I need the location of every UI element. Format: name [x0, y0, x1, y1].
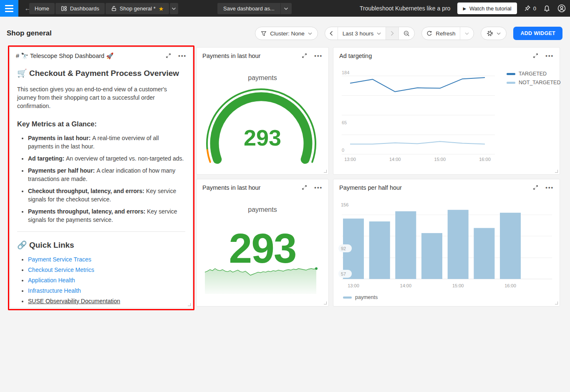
toolbar: Cluster: None Last 3 hours	[255, 27, 562, 40]
unlock-icon	[111, 5, 117, 12]
legend-item-not_targeted[interactable]: NOT_TARGETED	[507, 80, 560, 85]
bar-legend: payments	[343, 294, 378, 300]
svg-text:14:00: 14:00	[400, 283, 412, 288]
markdown-heading: 🛒 Checkout & Payment Process Overview	[17, 68, 185, 78]
save-dashboard-as-button[interactable]: Save dashboard as...	[217, 3, 281, 14]
favorite-star-icon[interactable]: ★	[159, 5, 164, 12]
watch-tutorial-label: Watch the tutorial	[469, 5, 512, 12]
metric-item: Payments throughput, latency, and errors…	[28, 207, 185, 224]
page-header: Shop general Cluster: None Last 3 hours	[0, 17, 570, 47]
payments-sparkline[interactable]	[197, 179, 329, 307]
cluster-filter-button[interactable]: Cluster: None	[255, 27, 318, 40]
time-range-group: Last 3 hours	[325, 27, 415, 40]
widget-title: # 🔭 Telescope Shop Dashboard 🚀	[16, 53, 113, 59]
resize-handle[interactable]	[555, 302, 558, 304]
svg-text:57: 57	[341, 271, 346, 276]
resize-handle[interactable]	[555, 170, 558, 173]
play-icon: ▶	[463, 6, 466, 11]
tab-home[interactable]: Home	[29, 3, 55, 14]
widget-ad-targeting: Ad targeting ••• 18465013:0014:0015:0016…	[333, 47, 560, 175]
refresh-label: Refresh	[436, 30, 455, 37]
time-back-button[interactable]	[325, 27, 338, 40]
ad-targeting-chart[interactable]: 18465013:0014:0015:0016:00	[333, 48, 560, 175]
chevron-down-icon	[308, 32, 312, 35]
widget-gauge: Payments in last hour ••• payments 293	[196, 47, 329, 175]
metric-item: Payments per half hour: A clear indicati…	[28, 166, 185, 183]
quick-link[interactable]: Payment Service Traces	[28, 256, 91, 263]
widget-payments-per-half-hour: Payments per half hour ••• 156925713:001…	[333, 179, 560, 307]
watch-tutorial-button[interactable]: ▶ Watch the tutorial	[457, 3, 517, 14]
svg-text:15:00: 15:00	[452, 283, 464, 288]
quick-link-item: Infrastructure Health	[28, 287, 185, 294]
divider	[17, 231, 185, 232]
quick-link[interactable]: Infrastructure Health	[28, 287, 81, 294]
tab-dashboards-label: Dashboards	[70, 5, 99, 12]
hamburger-menu-icon[interactable]	[0, 0, 18, 17]
svg-text:13:00: 13:00	[344, 157, 356, 162]
pinned-items-button[interactable]: 0	[524, 5, 536, 12]
refresh-options-chevron[interactable]	[460, 27, 474, 40]
legend-item-targeted[interactable]: TARGETED	[507, 71, 560, 77]
zoom-out-button[interactable]	[399, 27, 414, 40]
svg-text:16:00: 16:00	[479, 157, 491, 162]
more-options-icon[interactable]: •••	[178, 54, 187, 58]
chevron-left-icon	[330, 31, 333, 36]
widget-markdown: # 🔭 Telescope Shop Dashboard 🚀 ••• 🛒 Che…	[10, 47, 193, 308]
dashboard-canvas: # 🔭 Telescope Shop Dashboard 🚀 ••• 🛒 Che…	[0, 47, 570, 392]
time-range-button[interactable]: Last 3 hours	[338, 27, 386, 40]
refresh-button[interactable]: Refresh	[422, 27, 460, 40]
resize-handle[interactable]	[324, 302, 327, 304]
svg-text:156: 156	[341, 202, 348, 207]
chevron-right-icon	[391, 31, 394, 36]
navbar-right: Troubleshoot Kubernetes like a pro ▶ Wat…	[360, 0, 566, 17]
tab-options-chevron[interactable]	[170, 3, 178, 14]
quick-link-item: Application Health	[28, 277, 185, 284]
settings-button[interactable]	[481, 27, 507, 40]
dashboard-tabs: Home Dashboards Shop general * ★	[29, 3, 178, 14]
svg-text:65: 65	[342, 120, 347, 125]
markdown-intro: This section gives you an end-to-end vie…	[17, 85, 185, 110]
time-forward-button[interactable]	[386, 27, 399, 40]
legend-label: NOT_TARGETED	[519, 80, 560, 85]
quick-link[interactable]: Application Health	[28, 277, 75, 284]
top-navbar: ← Home Dashboards Shop general *	[0, 0, 570, 17]
tab-dashboards[interactable]: Dashboards	[55, 3, 105, 14]
quick-link[interactable]: Checkout Service Metrics	[28, 266, 94, 273]
metric-item: Payments in last hour: A real-time overv…	[28, 134, 185, 151]
quick-link[interactable]: SUSE Observability Documentation	[28, 298, 120, 304]
save-dashboard-group: Save dashboard as...	[217, 3, 292, 14]
payments-bar-chart[interactable]: 156925713:0014:0015:0016:00	[333, 179, 560, 307]
add-widget-button[interactable]: ADD WIDGET	[513, 27, 562, 40]
save-dashboard-chevron[interactable]	[281, 3, 292, 14]
tab-shop-general-label: Shop general *	[120, 5, 156, 12]
svg-text:13:00: 13:00	[348, 283, 359, 288]
save-dashboard-as-label: Save dashboard as...	[223, 5, 275, 12]
quick-links-list: Payment Service TracesCheckout Service M…	[28, 256, 185, 304]
quick-link-item: SUSE Observability Documentation	[28, 298, 185, 304]
svg-text:16:00: 16:00	[504, 283, 516, 288]
time-range-label: Last 3 hours	[343, 30, 373, 37]
user-avatar[interactable]	[557, 4, 566, 13]
gear-icon	[487, 30, 493, 37]
svg-text:15:00: 15:00	[434, 157, 446, 162]
resize-handle[interactable]	[324, 170, 327, 173]
svg-text:184: 184	[342, 70, 349, 75]
promo-text: Troubleshoot Kubernetes like a pro	[360, 5, 450, 12]
zoom-out-icon	[404, 30, 410, 37]
gauge-value: 293	[197, 125, 328, 151]
gauge-chart[interactable]	[197, 48, 329, 175]
metrics-list: Payments in last hour: A real-time overv…	[28, 134, 185, 224]
notifications-bell-icon[interactable]	[543, 5, 550, 12]
pin-count: 0	[533, 5, 536, 12]
funnel-icon	[261, 31, 267, 36]
metric-item: Checkout throughput, latency, and errors…	[28, 187, 185, 204]
pin-icon	[524, 5, 531, 12]
chevron-down-icon	[377, 32, 381, 35]
legend-item-payments[interactable]: payments	[343, 294, 378, 300]
legend-label: payments	[355, 294, 378, 300]
expand-icon[interactable]	[165, 53, 172, 59]
resize-handle[interactable]	[188, 303, 191, 306]
dashboards-icon	[61, 5, 67, 12]
chevron-down-icon	[497, 32, 501, 35]
tab-shop-general[interactable]: Shop general * ★	[106, 3, 169, 14]
